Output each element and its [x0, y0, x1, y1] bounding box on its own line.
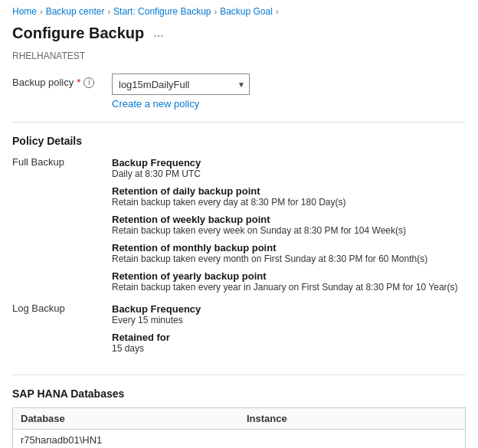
main-content: Backup policy * i log15mDailyFull ▼ Crea… [0, 74, 478, 448]
breadcrumb-backup-center[interactable]: Backup center [46, 6, 105, 17]
policy-select-wrapper: log15mDailyFull ▼ [112, 74, 250, 95]
db-col-instance: Instance [239, 408, 466, 430]
full-backup-row: Full Backup Backup Frequency Daily at 8:… [12, 155, 466, 301]
log-backup-row: Log Backup Backup Frequency Every 15 min… [12, 301, 466, 362]
full-backup-label: Full Backup [12, 155, 112, 301]
table-row: r75hanadb01\HN1 [13, 430, 466, 449]
db-row-0-instance [239, 430, 466, 449]
db-row-0-database: r75hanadb01\HN1 [13, 430, 240, 449]
full-backup-detail-3: Retention of monthly backup point Retain… [112, 242, 466, 264]
database-table: Database Instance r75hanadb01\HN1 NW1 r7… [12, 407, 466, 448]
full-backup-details: Backup Frequency Daily at 8:30 PM UTC Re… [112, 155, 466, 301]
policy-select[interactable]: log15mDailyFull [112, 74, 250, 95]
page-subtitle: RHELHANATEST [0, 51, 478, 74]
full-backup-detail-3-value: Retain backup taken every month on First… [112, 253, 466, 264]
breadcrumb-sep-2: › [107, 7, 110, 16]
more-options-button[interactable]: ··· [150, 28, 166, 44]
log-backup-details: Backup Frequency Every 15 minutes Retain… [112, 301, 466, 362]
breadcrumb-sep-4: › [276, 7, 279, 16]
full-backup-detail-2-title: Retention of weekly backup point [112, 214, 466, 225]
log-backup-detail-1: Retained for 15 days [112, 332, 466, 354]
breadcrumb-sep-3: › [214, 7, 217, 16]
db-col-database: Database [13, 408, 240, 430]
full-backup-detail-3-title: Retention of monthly backup point [112, 242, 466, 253]
sap-hana-title: SAP HANA Databases [12, 388, 466, 400]
backup-policy-text: Backup policy [12, 77, 74, 88]
required-indicator: * [77, 77, 80, 88]
info-icon[interactable]: i [83, 77, 94, 88]
policy-details-title: Policy Details [12, 135, 466, 147]
full-backup-detail-2-value: Retain backup taken every week on Sunday… [112, 225, 466, 236]
page-title: Configure Backup [12, 25, 144, 42]
full-backup-detail-1-title: Retention of daily backup point [112, 185, 466, 197]
backup-policy-row: Backup policy * i log15mDailyFull ▼ Crea… [12, 74, 466, 110]
log-backup-detail-1-value: 15 days [112, 343, 466, 354]
create-new-policy-link[interactable]: Create a new policy [112, 98, 466, 110]
page-header: Configure Backup ··· [0, 21, 478, 51]
full-backup-detail-2: Retention of weekly backup point Retain … [112, 214, 466, 236]
breadcrumb-configure-backup[interactable]: Start: Configure Backup [113, 6, 211, 17]
divider-1 [12, 122, 466, 123]
full-backup-detail-0: Backup Frequency Daily at 8:30 PM UTC [112, 157, 466, 179]
breadcrumb-backup-goal[interactable]: Backup Goal [220, 6, 273, 17]
full-backup-detail-0-value: Daily at 8:30 PM UTC [112, 168, 466, 179]
db-table-header-row: Database Instance [13, 408, 466, 430]
full-backup-detail-4-title: Retention of yearly backup point [112, 270, 466, 282]
full-backup-detail-4: Retention of yearly backup point Retain … [112, 270, 466, 293]
breadcrumb-home[interactable]: Home [12, 6, 37, 17]
policy-details-table: Full Backup Backup Frequency Daily at 8:… [12, 155, 466, 362]
backup-policy-controls: log15mDailyFull ▼ Create a new policy [112, 74, 466, 110]
divider-2 [12, 374, 466, 375]
breadcrumb: Home › Backup center › Start: Configure … [0, 0, 478, 21]
sap-hana-section: SAP HANA Databases Database Instance r75… [12, 388, 466, 448]
full-backup-detail-0-title: Backup Frequency [112, 157, 466, 168]
log-backup-detail-0-title: Backup Frequency [112, 303, 466, 315]
backup-policy-label: Backup policy * i [12, 74, 112, 88]
log-backup-label: Log Backup [12, 301, 112, 362]
breadcrumb-sep-1: › [40, 7, 43, 16]
full-backup-detail-1-value: Retain backup taken every day at 8:30 PM… [112, 197, 466, 208]
log-backup-detail-0-value: Every 15 minutes [112, 315, 466, 325]
full-backup-detail-4-value: Retain backup taken every year in Januar… [112, 282, 466, 293]
full-backup-detail-1: Retention of daily backup point Retain b… [112, 185, 466, 208]
log-backup-detail-1-title: Retained for [112, 332, 466, 343]
log-backup-detail-0: Backup Frequency Every 15 minutes [112, 303, 466, 325]
